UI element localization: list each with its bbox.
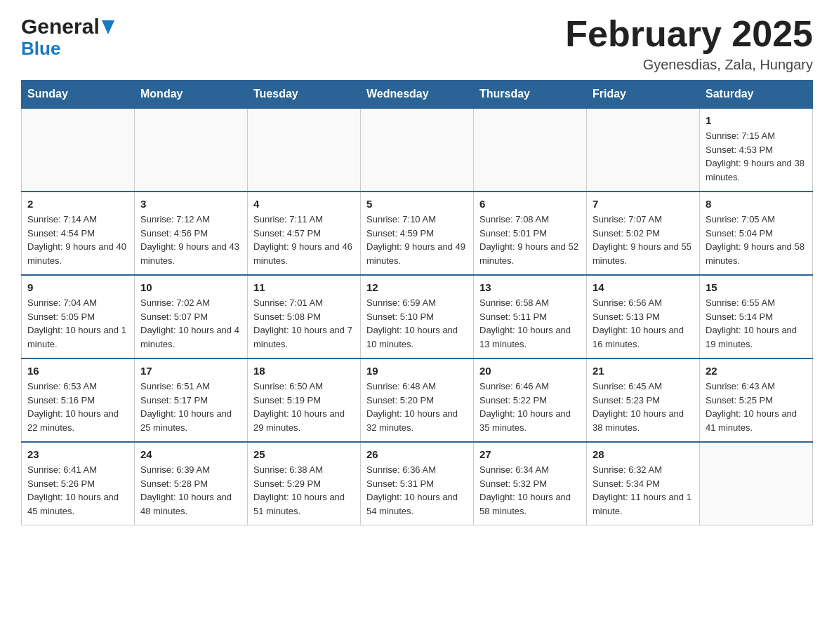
day-number: 24 <box>140 448 241 460</box>
table-row: 2Sunrise: 7:14 AM Sunset: 4:54 PM Daylig… <box>22 192 135 275</box>
day-number: 28 <box>593 448 694 460</box>
day-number: 21 <box>593 365 694 377</box>
day-info: Sunrise: 6:55 AM Sunset: 5:14 PM Dayligh… <box>706 296 807 351</box>
logo-blue-text: Blue <box>21 38 114 60</box>
day-number: 15 <box>706 281 807 293</box>
table-row <box>361 108 474 192</box>
logo: General Blue <box>21 14 114 60</box>
table-row <box>22 108 135 192</box>
day-info: Sunrise: 6:32 AM Sunset: 5:34 PM Dayligh… <box>593 463 694 518</box>
calendar-subtitle: Gyenesdias, Zala, Hungary <box>565 57 813 73</box>
table-row: 26Sunrise: 6:36 AM Sunset: 5:31 PM Dayli… <box>361 442 474 525</box>
table-row: 12Sunrise: 6:59 AM Sunset: 5:10 PM Dayli… <box>361 275 474 358</box>
day-number: 26 <box>366 448 468 460</box>
day-info: Sunrise: 6:38 AM Sunset: 5:29 PM Dayligh… <box>253 463 355 518</box>
table-row: 9Sunrise: 7:04 AM Sunset: 5:05 PM Daylig… <box>22 275 135 358</box>
day-number: 20 <box>479 365 581 377</box>
day-info: Sunrise: 6:58 AM Sunset: 5:11 PM Dayligh… <box>479 296 581 351</box>
table-row: 15Sunrise: 6:55 AM Sunset: 5:14 PM Dayli… <box>700 275 813 358</box>
calendar-table: Sunday Monday Tuesday Wednesday Thursday… <box>21 80 813 525</box>
header-friday: Friday <box>587 81 700 109</box>
day-number: 12 <box>366 281 468 293</box>
table-row: 13Sunrise: 6:58 AM Sunset: 5:11 PM Dayli… <box>474 275 587 358</box>
day-number: 6 <box>479 198 581 210</box>
day-info: Sunrise: 7:05 AM Sunset: 5:04 PM Dayligh… <box>706 213 807 267</box>
day-number: 3 <box>140 198 241 210</box>
table-row: 24Sunrise: 6:39 AM Sunset: 5:28 PM Dayli… <box>135 442 248 525</box>
table-row: 5Sunrise: 7:10 AM Sunset: 4:59 PM Daylig… <box>361 192 474 275</box>
header-sunday: Sunday <box>22 81 135 109</box>
table-row: 27Sunrise: 6:34 AM Sunset: 5:32 PM Dayli… <box>474 442 587 525</box>
day-number: 19 <box>366 365 468 377</box>
day-number: 22 <box>706 365 807 377</box>
table-row: 14Sunrise: 6:56 AM Sunset: 5:13 PM Dayli… <box>587 275 700 358</box>
table-row <box>700 442 813 525</box>
day-info: Sunrise: 7:15 AM Sunset: 4:53 PM Dayligh… <box>706 129 807 184</box>
header-monday: Monday <box>135 81 248 109</box>
day-info: Sunrise: 6:45 AM Sunset: 5:23 PM Dayligh… <box>593 380 694 434</box>
day-info: Sunrise: 7:07 AM Sunset: 5:02 PM Dayligh… <box>593 213 694 267</box>
table-row: 10Sunrise: 7:02 AM Sunset: 5:07 PM Dayli… <box>135 275 248 358</box>
logo-general-text: General <box>21 14 100 39</box>
title-area: February 2025 Gyenesdias, Zala, Hungary <box>565 14 813 73</box>
table-row: 25Sunrise: 6:38 AM Sunset: 5:29 PM Dayli… <box>248 442 361 525</box>
day-number: 10 <box>140 281 241 293</box>
header-wednesday: Wednesday <box>361 81 474 109</box>
weekday-header-row: Sunday Monday Tuesday Wednesday Thursday… <box>22 81 813 109</box>
day-info: Sunrise: 7:04 AM Sunset: 5:05 PM Dayligh… <box>27 296 128 351</box>
day-info: Sunrise: 7:01 AM Sunset: 5:08 PM Dayligh… <box>253 296 355 351</box>
day-info: Sunrise: 6:59 AM Sunset: 5:10 PM Dayligh… <box>366 296 468 351</box>
day-number: 27 <box>479 448 581 460</box>
day-number: 18 <box>253 365 355 377</box>
day-number: 17 <box>140 365 241 377</box>
table-row: 8Sunrise: 7:05 AM Sunset: 5:04 PM Daylig… <box>700 192 813 275</box>
calendar-week-row: 16Sunrise: 6:53 AM Sunset: 5:16 PM Dayli… <box>22 358 813 442</box>
day-number: 5 <box>366 198 468 210</box>
svg-marker-0 <box>102 20 114 34</box>
day-number: 11 <box>253 281 355 293</box>
day-number: 14 <box>593 281 694 293</box>
day-info: Sunrise: 6:39 AM Sunset: 5:28 PM Dayligh… <box>140 463 241 518</box>
day-info: Sunrise: 6:51 AM Sunset: 5:17 PM Dayligh… <box>140 380 241 434</box>
day-info: Sunrise: 7:02 AM Sunset: 5:07 PM Dayligh… <box>140 296 241 351</box>
table-row: 11Sunrise: 7:01 AM Sunset: 5:08 PM Dayli… <box>248 275 361 358</box>
table-row: 20Sunrise: 6:46 AM Sunset: 5:22 PM Dayli… <box>474 358 587 442</box>
day-info: Sunrise: 6:41 AM Sunset: 5:26 PM Dayligh… <box>27 463 128 518</box>
header-tuesday: Tuesday <box>248 81 361 109</box>
table-row <box>135 108 248 192</box>
day-info: Sunrise: 7:14 AM Sunset: 4:54 PM Dayligh… <box>27 213 128 267</box>
day-number: 7 <box>593 198 694 210</box>
table-row: 4Sunrise: 7:11 AM Sunset: 4:57 PM Daylig… <box>248 192 361 275</box>
table-row: 3Sunrise: 7:12 AM Sunset: 4:56 PM Daylig… <box>135 192 248 275</box>
day-info: Sunrise: 6:36 AM Sunset: 5:31 PM Dayligh… <box>366 463 468 518</box>
calendar-week-row: 1Sunrise: 7:15 AM Sunset: 4:53 PM Daylig… <box>22 108 813 192</box>
day-info: Sunrise: 6:56 AM Sunset: 5:13 PM Dayligh… <box>593 296 694 351</box>
table-row: 7Sunrise: 7:07 AM Sunset: 5:02 PM Daylig… <box>587 192 700 275</box>
day-number: 4 <box>253 198 355 210</box>
day-info: Sunrise: 6:43 AM Sunset: 5:25 PM Dayligh… <box>706 380 807 434</box>
day-info: Sunrise: 6:48 AM Sunset: 5:20 PM Dayligh… <box>366 380 468 434</box>
table-row: 17Sunrise: 6:51 AM Sunset: 5:17 PM Dayli… <box>135 358 248 442</box>
table-row: 21Sunrise: 6:45 AM Sunset: 5:23 PM Dayli… <box>587 358 700 442</box>
calendar-week-row: 23Sunrise: 6:41 AM Sunset: 5:26 PM Dayli… <box>22 442 813 525</box>
table-row: 28Sunrise: 6:32 AM Sunset: 5:34 PM Dayli… <box>587 442 700 525</box>
day-info: Sunrise: 7:08 AM Sunset: 5:01 PM Dayligh… <box>479 213 581 267</box>
day-number: 13 <box>479 281 581 293</box>
day-info: Sunrise: 7:11 AM Sunset: 4:57 PM Dayligh… <box>253 213 355 267</box>
day-info: Sunrise: 6:53 AM Sunset: 5:16 PM Dayligh… <box>27 380 128 434</box>
table-row <box>248 108 361 192</box>
day-info: Sunrise: 6:46 AM Sunset: 5:22 PM Dayligh… <box>479 380 581 434</box>
table-row: 18Sunrise: 6:50 AM Sunset: 5:19 PM Dayli… <box>248 358 361 442</box>
table-row <box>587 108 700 192</box>
header-thursday: Thursday <box>474 81 587 109</box>
calendar-week-row: 2Sunrise: 7:14 AM Sunset: 4:54 PM Daylig… <box>22 192 813 275</box>
day-info: Sunrise: 6:50 AM Sunset: 5:19 PM Dayligh… <box>253 380 355 434</box>
day-number: 9 <box>27 281 128 293</box>
table-row: 16Sunrise: 6:53 AM Sunset: 5:16 PM Dayli… <box>22 358 135 442</box>
day-number: 1 <box>706 114 807 126</box>
table-row: 22Sunrise: 6:43 AM Sunset: 5:25 PM Dayli… <box>700 358 813 442</box>
page-header: General Blue February 2025 Gyenesdias, Z… <box>21 14 813 73</box>
day-number: 25 <box>253 448 355 460</box>
table-row: 6Sunrise: 7:08 AM Sunset: 5:01 PM Daylig… <box>474 192 587 275</box>
calendar-title: February 2025 <box>565 14 813 54</box>
